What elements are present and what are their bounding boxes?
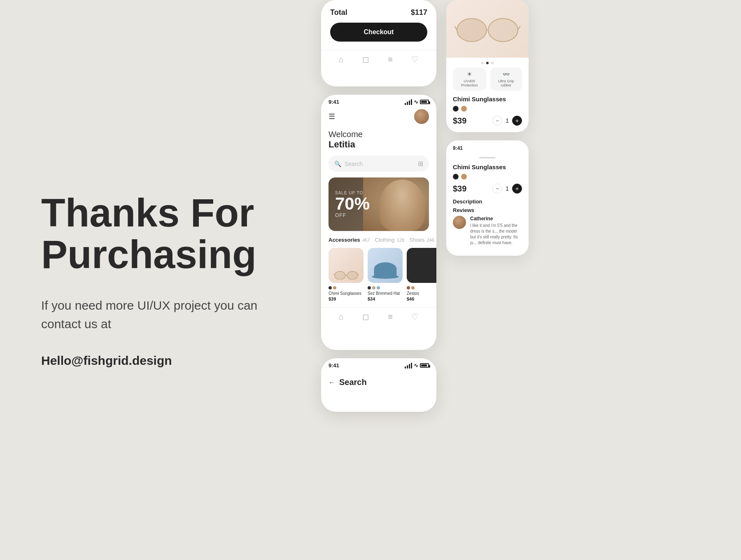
product-detail-name: Chimi Sunglasses [446,96,529,106]
filter-icon[interactable]: ⊞ [418,160,423,168]
color-black[interactable] [453,106,459,112]
battery-icon-3 [420,363,429,368]
review-item: Catherine I like it and i'm 5'5 and the … [446,216,529,249]
qty-decrease[interactable]: − [492,116,502,126]
feature-uv400: ☀ UV400 Protection [453,68,486,91]
hero-sunglasses-svg [454,14,520,43]
product-price-1: $39 [329,296,364,301]
product-image-3 [407,248,436,283]
detail2-color-tan[interactable] [461,174,467,180]
promo-percent: 70% [335,195,370,212]
svg-line-5 [334,274,335,275]
total-amount: $117 [411,8,427,17]
product-name-3: Zestos [407,291,436,296]
glasses-icon: 👓 [494,71,518,77]
battery-icon [420,100,429,104]
phone-header: ☰ [321,107,436,128]
product-price-3: $46 [407,296,436,301]
menu-icon[interactable]: ☰ [329,112,335,121]
svg-point-9 [488,19,518,42]
home-icon[interactable]: ⌂ [339,55,344,64]
list-nav-icon[interactable]: ≡ [388,312,393,322]
subtext: If you need more UI/UX project you can c… [41,296,272,333]
categories: Accessories 457 Clothing 128 Shoes 246 [321,237,436,248]
category-clothing[interactable]: Clothing 128 [375,237,405,243]
promo-off: OFF [335,212,370,218]
heart-nav-icon[interactable]: ♡ [411,312,419,322]
welcome-name: Letitia [329,139,429,150]
feature-uv-label: UV400 Protection [457,79,482,87]
reviewer-name: Catherine [470,216,522,222]
promo-text: SALE UP TO 70% OFF [329,184,376,225]
back-arrow-icon[interactable]: ← [329,379,335,386]
wifi-icon-3: ∿ [414,362,418,369]
email-link[interactable]: Hello@fishgrid.design [41,354,272,368]
status-bar-3: 9:41 ∿ [321,358,436,371]
home-nav-icon[interactable]: ⌂ [339,312,344,322]
phone-home: 9:41 ∿ ☰ [321,95,436,350]
bag-nav-icon[interactable]: ◻ [362,312,369,322]
detail2-qty-increase[interactable]: + [512,184,522,194]
bag-icon[interactable]: ◻ [362,54,369,64]
review-text: I like it and i'm 5'5 and the dress is t… [470,223,522,246]
search-header: ← Search [329,378,429,387]
divider [479,157,496,159]
qty-control: − 1 + [492,116,522,126]
category-shoes[interactable]: Shoes 246 [409,237,434,243]
phone-column: Total $117 Checkout ⌂ ◻ ≡ ♡ 9:41 [321,0,436,412]
feature-grip: 👓 Ultra Grip rubber [490,68,522,91]
product-card-1[interactable]: Chimi Sunglasses $39 [329,248,364,301]
detail-price: $39 [453,116,466,126]
color-options [446,106,529,116]
sun-icon: ☀ [457,71,482,77]
svg-line-11 [454,26,457,30]
products-grid: Chimi Sunglasses $39 [321,248,436,307]
qty-number: 1 [506,117,509,124]
heart-icon[interactable]: ♡ [411,54,419,64]
checkout-button[interactable]: Checkout [330,23,427,42]
avatar[interactable] [414,109,429,124]
dot-1 [481,62,484,64]
svg-point-8 [457,19,487,42]
product-card-3[interactable]: Zestos $46 [407,248,436,301]
status-bar: 9:41 ∿ [321,95,436,107]
price-row: $39 − 1 + [446,116,529,126]
nav-bar-2: ⌂ ◻ ≡ ♡ [321,307,436,326]
list-icon[interactable]: ≡ [388,55,393,64]
search-icon: 🔍 [334,161,341,167]
detail2-price: $39 [453,184,466,194]
search-bar[interactable]: 🔍 Search ⊞ [329,156,429,172]
phone-search: 9:41 ∿ ← Search [321,358,436,412]
features-row: ☀ UV400 Protection 👓 Ultra Grip rubber [446,68,529,96]
sunglasses-svg [334,270,359,280]
signal-icon [405,99,412,105]
detail2-product-name: Chimi Sunglasses [446,163,529,174]
search-placeholder-text: Search [345,161,415,167]
right-area: Total $117 Checkout ⌂ ◻ ≡ ♡ 9:41 [313,0,741,560]
detail2-color-options [446,174,529,184]
product-name-2: Sez Brimmed Hat [368,291,403,296]
svg-line-6 [358,274,359,275]
signal-icon-3 [405,363,412,369]
dot-2 [486,62,489,64]
welcome-section: Welcome Letitia [321,128,436,156]
description-section: Description [446,198,529,207]
review-content: Catherine I like it and i'm 5'5 and the … [470,216,522,246]
category-accessories[interactable]: Accessories 457 [329,237,370,243]
reviews-section: Reviews [446,207,529,216]
headline: Thanks For Purchasing [41,192,272,275]
product-hero-image [446,0,529,58]
product-card-2[interactable]: Sez Brimmed Hat $34 [368,248,403,301]
status-icons: ∿ [405,99,429,105]
color-tan[interactable] [461,106,467,112]
product-detail-card-1: ☀ UV400 Protection 👓 Ultra Grip rubber C… [446,0,529,132]
detail2-color-black[interactable] [453,174,459,180]
detail2-qty-number: 1 [506,185,509,192]
reviewer-avatar [453,216,466,229]
product-detail-card-2: 9:41 Chimi Sunglasses $39 − 1 + Descript… [446,140,529,256]
time-badge-2: 9:41 [446,140,529,154]
product-image-1 [329,248,364,283]
qty-increase[interactable]: + [512,116,522,126]
detail2-qty-decrease[interactable]: − [492,184,502,194]
product-image-2 [368,248,403,283]
